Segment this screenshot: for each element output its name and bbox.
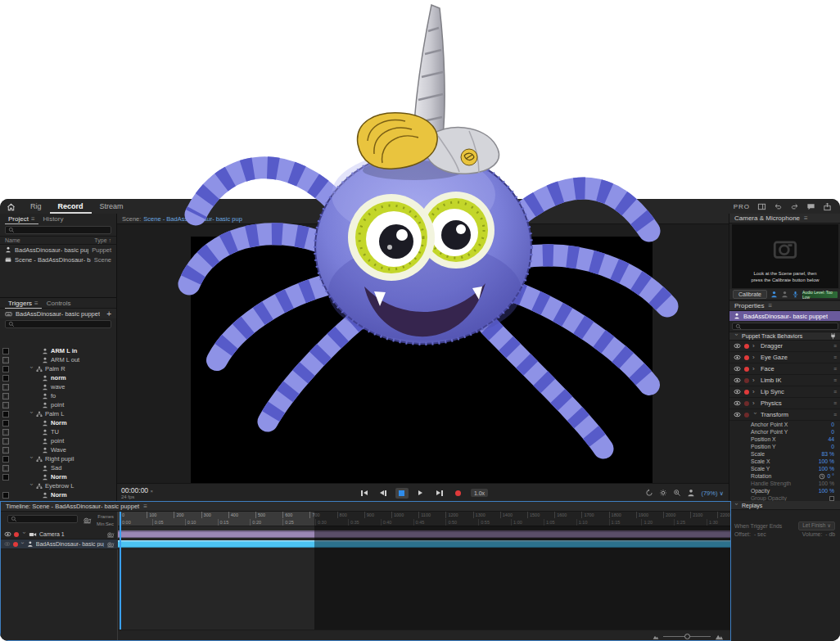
- snail-icon[interactable]: [106, 540, 115, 548]
- chevron-right-icon[interactable]: ›: [752, 388, 757, 395]
- chevron-down-icon[interactable]: ›: [733, 334, 740, 339]
- redo-icon[interactable]: [790, 202, 799, 211]
- trigger-row[interactable]: Norm: [0, 472, 116, 481]
- record-button[interactable]: [452, 488, 465, 498]
- frame-character-icon[interactable]: [687, 489, 695, 497]
- trigger-swatch[interactable]: [2, 357, 9, 363]
- snail-icon[interactable]: [106, 530, 115, 539]
- tab-controls[interactable]: Controls: [43, 298, 75, 309]
- trigger-row[interactable]: point: [0, 400, 116, 409]
- trigger-row[interactable]: Sad: [0, 463, 116, 472]
- go-to-start-button[interactable]: [358, 488, 371, 498]
- behavior-menu-icon[interactable]: ≡: [833, 377, 837, 383]
- property-value[interactable]: 100 %: [819, 458, 834, 464]
- settings-gear-icon[interactable]: [659, 489, 667, 497]
- snail-icon[interactable]: [83, 516, 92, 525]
- eye-icon[interactable]: [734, 342, 741, 350]
- trigger-swatch[interactable]: [2, 402, 9, 409]
- trigger-row[interactable]: Norm: [0, 418, 116, 427]
- behavior-menu-icon[interactable]: ≡: [833, 389, 837, 395]
- add-trigger-button[interactable]: +: [106, 309, 111, 318]
- workspace-tab[interactable]: Record: [50, 199, 92, 214]
- trigger-row[interactable]: TU: [0, 427, 116, 436]
- triggers-search-input[interactable]: [5, 320, 111, 328]
- workspace-tab[interactable]: Stream: [92, 199, 132, 214]
- trigger-swatch[interactable]: [2, 411, 9, 418]
- next-frame-button[interactable]: [433, 488, 446, 498]
- trigger-row[interactable]: Norm: [0, 490, 116, 499]
- trigger-row[interactable]: wave: [0, 382, 116, 391]
- stop-button[interactable]: [395, 488, 409, 499]
- property-value[interactable]: 0: [831, 422, 834, 427]
- scene-title-link[interactable]: Scene - BadAssDinosaur- basic pup: [143, 215, 242, 223]
- property-value[interactable]: 100 %: [819, 466, 834, 472]
- property-value[interactable]: [827, 496, 834, 501]
- trigger-swatch[interactable]: [2, 474, 9, 481]
- panel-menu-icon[interactable]: ≡: [804, 214, 808, 222]
- chevron-down-icon[interactable]: ›: [28, 412, 35, 417]
- project-row[interactable]: BadAssDinosaur- basic puppet Puppet: [0, 245, 116, 255]
- workspace-tab[interactable]: Rig: [22, 199, 50, 214]
- eye-icon[interactable]: [734, 399, 741, 407]
- behavior-menu-icon[interactable]: ≡: [833, 343, 837, 349]
- mic-icon[interactable]: [792, 291, 799, 298]
- zoom-out-mountain-icon[interactable]: [653, 634, 659, 640]
- chevron-down-icon[interactable]: ›: [28, 367, 35, 372]
- chevron-right-icon[interactable]: ›: [752, 365, 757, 372]
- track-row-puppet[interactable]: › BadAssDinosaur- basic puppet: [1, 539, 118, 549]
- group-opacity-checkbox[interactable]: [829, 496, 834, 501]
- eye-icon[interactable]: [734, 377, 741, 384]
- behavior-menu-icon[interactable]: ≡: [833, 354, 837, 360]
- chevron-down-icon[interactable]: ›: [19, 542, 26, 546]
- trigger-swatch[interactable]: [2, 456, 9, 463]
- tab-history[interactable]: History: [40, 214, 67, 224]
- property-value[interactable]: 83 %: [822, 451, 835, 457]
- trigger-swatch[interactable]: [2, 465, 9, 472]
- body-track-icon[interactable]: [781, 291, 788, 298]
- play-button[interactable]: [414, 488, 427, 498]
- property-value[interactable]: 0: [831, 444, 834, 449]
- timeline-search-input[interactable]: [7, 515, 78, 523]
- properties-search-input[interactable]: [732, 323, 838, 330]
- chevron-down-icon[interactable]: ›: [28, 457, 35, 462]
- trigger-row[interactable]: norm: [0, 373, 116, 382]
- trigger-swatch[interactable]: [2, 492, 9, 499]
- trigger-row[interactable]: point: [0, 436, 116, 445]
- slider-knob[interactable]: [684, 634, 690, 639]
- arm-record-dot[interactable]: [744, 378, 749, 383]
- eye-icon[interactable]: [4, 540, 11, 548]
- behavior-row[interactable]: › Face ≡: [729, 363, 840, 375]
- zoom-level-dropdown[interactable]: (79%) ∨: [701, 490, 724, 497]
- loop-icon[interactable]: [645, 489, 653, 497]
- property-value[interactable]: 100 %: [819, 481, 834, 486]
- trigger-row[interactable]: Wave: [0, 445, 116, 454]
- behavior-menu-icon[interactable]: ≡: [833, 366, 837, 372]
- tab-triggers[interactable]: Triggers≡: [5, 298, 42, 309]
- trigger-swatch[interactable]: [2, 429, 9, 436]
- trigger-row[interactable]: fo: [0, 391, 116, 400]
- trigger-swatch[interactable]: [2, 375, 9, 381]
- calibrate-button[interactable]: Calibrate: [733, 290, 767, 299]
- behavior-menu-icon[interactable]: ≡: [833, 400, 837, 406]
- arm-record-dot[interactable]: [744, 344, 749, 349]
- arm-record-dot[interactable]: [13, 542, 18, 547]
- arm-record-dot[interactable]: [744, 367, 749, 372]
- arm-record-dot[interactable]: [744, 401, 749, 406]
- workspace-layout-icon[interactable]: [757, 202, 766, 211]
- trigger-swatch[interactable]: [2, 438, 9, 445]
- arm-record-dot[interactable]: [744, 355, 749, 360]
- project-row[interactable]: Scene - BadAssDinosaur- basic puppet Sce…: [0, 255, 116, 264]
- add-behavior-icon[interactable]: [829, 332, 837, 340]
- panel-menu-icon[interactable]: ≡: [34, 300, 38, 307]
- trigger-swatch[interactable]: [2, 420, 9, 427]
- timeline-body[interactable]: 0100200300400500600700800900100011001200…: [118, 512, 730, 640]
- track-row-camera[interactable]: › Camera 1: [1, 530, 118, 539]
- trigger-swatch[interactable]: [2, 393, 9, 399]
- panel-menu-icon[interactable]: ≡: [768, 302, 772, 309]
- playback-speed-button[interactable]: 1.0x: [471, 489, 488, 497]
- property-value[interactable]: 0 °: [819, 473, 834, 480]
- chevron-down-icon[interactable]: ›: [733, 503, 740, 508]
- feedback-icon[interactable]: [806, 202, 815, 211]
- export-share-icon[interactable]: [823, 202, 832, 211]
- triggers-puppet-name[interactable]: BadAssDinosaur- basic puppet: [16, 310, 100, 318]
